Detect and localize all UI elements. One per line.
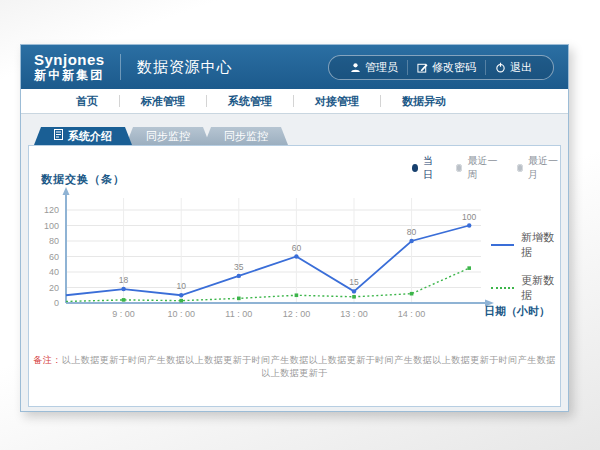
footer-note: 备注：以上数据更新于时间产生数据以上数据更新于时间产生数据以上数据更新于时间产生… <box>29 354 560 380</box>
app-window: Synjones 新中新集团 数据资源中心 管理员 修改密码 <box>20 44 569 412</box>
tab-sync-monitor-1[interactable]: 同步监控 <box>126 127 210 145</box>
logout-button[interactable]: 退出 <box>485 60 541 75</box>
header-divider <box>120 54 121 80</box>
logo-company: 新中新集团 <box>34 69 105 82</box>
svg-text:35: 35 <box>234 262 244 272</box>
svg-text:10 : 00: 10 : 00 <box>167 309 195 319</box>
svg-text:12 : 00: 12 : 00 <box>283 309 311 319</box>
y-axis-title: 数据交换（条） <box>41 172 125 187</box>
svg-text:80: 80 <box>49 236 59 246</box>
nav-item-integration[interactable]: 对接管理 <box>294 94 380 109</box>
nav-item-home[interactable]: 首页 <box>55 94 119 109</box>
svg-text:9 : 00: 9 : 00 <box>112 309 135 319</box>
note-label: 备注： <box>33 355 62 365</box>
range-option-last-week[interactable]: 最近一周 <box>456 154 499 182</box>
user-icon <box>350 62 361 73</box>
document-icon <box>54 127 63 145</box>
main-nav: 首页 标准管理 系统管理 对接管理 数据异动 <box>21 89 568 114</box>
legend-item-updated-data[interactable]: 更新数据 <box>491 273 560 303</box>
range-option-today[interactable]: 当日 <box>412 154 439 182</box>
svg-text:60: 60 <box>49 252 59 262</box>
legend-item-new-data[interactable]: 新增数据 <box>491 230 560 260</box>
user-actions: 管理员 修改密码 退出 <box>328 55 554 80</box>
logo-brand: Synjones <box>34 52 105 69</box>
svg-text:40: 40 <box>49 267 59 277</box>
radio-unselected-icon <box>456 164 462 172</box>
tab-system-intro[interactable]: 系统介绍 <box>34 127 132 145</box>
nav-item-standards[interactable]: 标准管理 <box>120 94 206 109</box>
svg-text:20: 20 <box>49 283 59 293</box>
page-title: 数据资源中心 <box>137 58 233 77</box>
svg-text:100: 100 <box>44 221 59 231</box>
range-option-last-month[interactable]: 最近一月 <box>517 154 560 182</box>
dotted-line-swatch-icon <box>491 287 514 289</box>
app-header: Synjones 新中新集团 数据资源中心 管理员 修改密码 <box>21 45 568 89</box>
svg-text:10: 10 <box>176 281 186 291</box>
nav-item-data-change[interactable]: 数据异动 <box>381 94 467 109</box>
svg-text:13 : 00: 13 : 00 <box>340 309 368 319</box>
edit-icon <box>417 62 428 73</box>
logo: Synjones 新中新集团 <box>21 52 118 82</box>
tab-bar: 系统介绍 同步监控 同步监控 <box>34 127 282 145</box>
svg-text:100: 100 <box>462 212 476 222</box>
power-icon <box>495 62 506 73</box>
note-text: 以上数据更新于时间产生数据以上数据更新于时间产生数据以上数据更新于时间产生数据以… <box>62 355 556 378</box>
svg-text:18: 18 <box>119 275 129 285</box>
tab-sync-monitor-2[interactable]: 同步监控 <box>204 127 288 145</box>
svg-text:14 : 00: 14 : 00 <box>398 309 426 319</box>
svg-text:120: 120 <box>44 205 59 215</box>
svg-text:80: 80 <box>407 227 417 237</box>
admin-user-button[interactable]: 管理员 <box>341 60 407 75</box>
svg-text:60: 60 <box>292 243 302 253</box>
radio-selected-icon <box>412 164 418 172</box>
svg-text:0: 0 <box>54 298 59 308</box>
range-selector: 当日 最近一周 最近一月 <box>412 154 560 182</box>
content-area: 系统介绍 同步监控 同步监控 当日 最近一周 最近一月 数据交 <box>21 114 568 411</box>
svg-text:11 : 00: 11 : 00 <box>225 309 252 319</box>
solid-line-swatch-icon <box>491 244 514 246</box>
change-password-button[interactable]: 修改密码 <box>407 60 485 75</box>
radio-unselected-icon <box>517 164 523 172</box>
chart-panel: 当日 最近一周 最近一月 数据交换（条） 0204060801001209 : … <box>28 145 561 407</box>
svg-text:15: 15 <box>349 277 359 287</box>
nav-item-system[interactable]: 系统管理 <box>207 94 293 109</box>
x-axis-title: 日期（小时） <box>484 304 550 319</box>
